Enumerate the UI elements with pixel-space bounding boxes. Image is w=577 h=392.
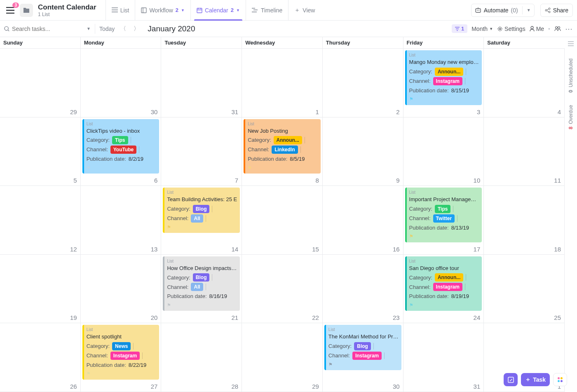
calendar-cell[interactable]: 15 (242, 186, 323, 255)
calendar-cell[interactable]: 4 (484, 49, 565, 117)
flag-icon: ⚑ (409, 302, 480, 309)
pubdate-value: 8/16/19 (209, 292, 227, 300)
calendar-cell[interactable]: 29 (0, 49, 81, 117)
unscheduled-label: Unscheduled (568, 59, 574, 87)
category-label: Category: (409, 68, 432, 76)
date-number: 21 (231, 314, 238, 321)
date-number: 23 (393, 314, 400, 321)
calendar-cell[interactable]: 28 (161, 323, 242, 392)
calendar-cell[interactable]: 11 (484, 117, 565, 186)
unscheduled-panel[interactable]: 0 Unscheduled (568, 59, 574, 93)
channel-label: Channel: (87, 352, 108, 360)
card-list-label: List (87, 121, 157, 127)
calendar-cell[interactable]: List The KonMari Method for Proje Catego… (323, 323, 403, 392)
calendar-cell[interactable]: 12 (0, 186, 81, 255)
calendar-cell[interactable]: 10 (403, 117, 484, 186)
settings-button[interactable]: Settings (497, 26, 525, 32)
calendar-cell[interactable]: List San Diego office tour Category:Anno… (403, 255, 484, 324)
apps-button[interactable] (553, 373, 567, 386)
channel-label: Channel: (328, 352, 350, 360)
task-card[interactable]: List New Job Posting Category:Announ... … (244, 119, 321, 174)
quick-note-button[interactable] (504, 373, 518, 386)
tag-pill: Instagram (110, 352, 140, 360)
tag-pill: Blog (354, 342, 371, 350)
svg-point-7 (549, 11, 550, 13)
share-button[interactable]: Share (540, 4, 573, 17)
menu-toggle[interactable]: 3 (4, 4, 16, 16)
date-number: 24 (474, 314, 481, 321)
more-menu[interactable]: ⋯ (565, 24, 573, 33)
task-card[interactable]: List San Diego office tour Category:Anno… (405, 256, 482, 311)
svg-point-5 (545, 9, 547, 11)
view-timeline[interactable]: Timeline (246, 0, 288, 21)
view-workflow[interactable]: Workflow 2 ▼ (135, 0, 190, 21)
tag-pill: Blog (193, 205, 210, 213)
calendar-cell[interactable]: List Client spotlight Category:News Chan… (81, 323, 162, 392)
svg-rect-1 (197, 8, 202, 13)
view-calendar[interactable]: Calendar 2 ▼ (190, 0, 246, 21)
calendar-cell[interactable]: 30 (81, 49, 162, 117)
chevron-down-icon[interactable]: ▼ (87, 26, 91, 31)
task-card[interactable]: List Important Project Management Catego… (405, 188, 482, 242)
filter-button[interactable]: 1 (452, 24, 467, 33)
calendar-cell[interactable]: 13 (81, 186, 162, 255)
overdue-panel[interactable]: 8 Overdue (568, 105, 574, 129)
search-box[interactable]: ▼ (4, 26, 91, 32)
calendar-cell[interactable]: 7 (161, 117, 242, 186)
calendar-cell[interactable]: List Important Project Management Catego… (403, 186, 484, 255)
date-number: 12 (70, 246, 77, 253)
pubdate-value: 8/19/19 (451, 292, 469, 300)
calendar-cell[interactable]: 2 (323, 49, 403, 117)
task-card[interactable]: List How Office Design impacts Pr Catego… (163, 256, 240, 311)
calendar-cell[interactable]: List ClickTips video - inbox Category:Ti… (81, 117, 162, 186)
automate-button[interactable]: Automate (0) ▼ (471, 4, 535, 17)
date-number: 5 (73, 177, 77, 184)
channel-label: Channel: (248, 146, 269, 154)
calendar-cell[interactable]: 5 (0, 117, 81, 186)
calendar-cell[interactable]: 16 (323, 186, 403, 255)
card-list-label: List (409, 189, 480, 195)
task-card[interactable]: List Mango Monday new employee Category:… (405, 50, 482, 105)
task-card[interactable]: List ClickTips video - inbox Category:Ti… (82, 119, 159, 174)
date-number: 27 (151, 383, 158, 390)
calendar-cell[interactable]: 19 (0, 255, 81, 324)
pubdate-label: Publication date: (167, 292, 206, 300)
calendar-cell[interactable]: List Team Building Activities: 25 E Cate… (161, 186, 242, 255)
today-button[interactable]: Today (99, 26, 115, 32)
new-task-button[interactable]: ＋ Task (521, 373, 550, 386)
date-number: 6 (154, 177, 157, 184)
prev-month-button[interactable]: 〈 (119, 24, 128, 33)
expand-icon[interactable] (568, 41, 574, 46)
search-input[interactable] (12, 26, 84, 32)
calendar-cell[interactable]: 1 (242, 49, 323, 117)
task-card[interactable]: List Team Building Activities: 25 E Cate… (163, 188, 240, 233)
svg-point-11 (556, 27, 558, 29)
me-filter[interactable]: Me (530, 26, 544, 32)
scale-dropdown[interactable]: Month ▼ (471, 26, 493, 32)
calendar-cell[interactable]: 9 (323, 117, 403, 186)
calendar-cell[interactable]: 26 (0, 323, 81, 392)
calendar-cell[interactable]: 22 (242, 255, 323, 324)
calendar-cell[interactable]: 20 (81, 255, 162, 324)
calendar-cell[interactable]: List New Job Posting Category:Announ... … (242, 117, 323, 186)
task-card[interactable]: List The KonMari Method for Proje Catego… (324, 325, 401, 370)
calendar-cell[interactable]: 31 (161, 49, 242, 117)
date-number: 22 (312, 314, 319, 321)
tag-pill: All (191, 214, 203, 223)
calendar-cell[interactable]: List How Office Design impacts Pr Catego… (161, 255, 242, 324)
tag-pill: News (112, 342, 131, 350)
next-month-button[interactable]: 〉 (132, 24, 141, 33)
add-view-label: View (303, 7, 315, 14)
calendar-cell[interactable]: 29 (242, 323, 323, 392)
add-view[interactable]: ＋ View (288, 0, 321, 21)
assignees-button[interactable] (554, 26, 561, 31)
view-list[interactable]: List (106, 0, 135, 21)
calendar-cell[interactable]: 31 (403, 323, 484, 392)
card-list-label: List (167, 258, 237, 264)
calendar-cell[interactable]: 25 (484, 255, 565, 324)
task-card[interactable]: List Client spotlight Category:News Chan… (82, 325, 159, 380)
calendar-cell[interactable]: 18 (484, 186, 565, 255)
calendar-cell[interactable]: 23 (323, 255, 403, 324)
calendar-cell[interactable]: List Mango Monday new employee Category:… (403, 49, 484, 117)
category-label: Category: (409, 205, 432, 213)
